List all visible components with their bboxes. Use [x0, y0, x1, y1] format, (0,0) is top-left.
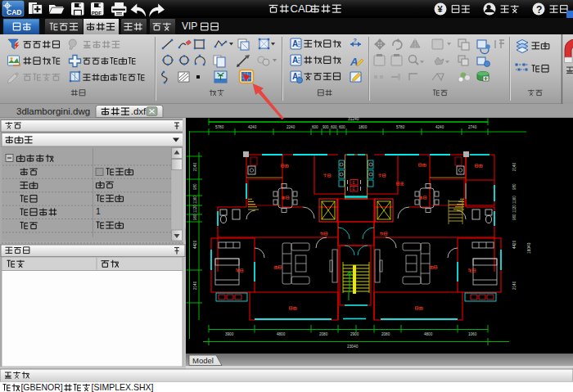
svg-text:900: 900	[323, 125, 329, 129]
svg-text:[GBENOR]: [GBENOR]	[20, 382, 62, 392]
svg-text:1800: 1800	[359, 125, 368, 129]
svg-text:31240: 31240	[348, 117, 359, 121]
svg-text:600: 600	[331, 125, 337, 129]
svg-text:600: 600	[339, 125, 345, 129]
svg-text:2900: 2900	[350, 332, 359, 336]
svg-text:960: 960	[512, 214, 517, 220]
svg-text:4420: 4420	[193, 240, 197, 249]
svg-text:960: 960	[193, 214, 197, 220]
svg-text:E: E	[353, 187, 355, 191]
svg-text:Model: Model	[192, 356, 214, 365]
svg-text:1: 1	[96, 206, 101, 216]
svg-text:E: E	[353, 181, 355, 185]
svg-text:.dxf: .dxf	[131, 106, 147, 116]
svg-text:CAD: CAD	[7, 8, 21, 16]
svg-text:2740: 2740	[468, 125, 477, 129]
svg-text:980: 980	[512, 183, 517, 190]
svg-text:980: 980	[193, 183, 197, 190]
svg-text:18040: 18040	[527, 242, 531, 254]
svg-text:A: A	[350, 56, 358, 68]
svg-text:23040: 23040	[347, 345, 359, 349]
svg-text:2080: 2080	[319, 332, 328, 336]
svg-text:?: ?	[354, 38, 357, 43]
svg-text:4240: 4240	[248, 125, 257, 129]
svg-text:2140: 2140	[512, 162, 517, 171]
svg-text:2140: 2140	[193, 162, 197, 171]
svg-text:2140: 2140	[512, 281, 517, 290]
svg-text:2240: 2240	[286, 125, 296, 129]
svg-text:¥: ¥	[438, 4, 444, 14]
svg-text:5780: 5780	[215, 125, 224, 129]
svg-text:A: A	[292, 56, 298, 65]
svg-text:1160: 1160	[193, 196, 197, 204]
svg-text:A: A	[292, 39, 298, 48]
svg-text:PDF: PDF	[92, 11, 102, 16]
svg-text:600: 600	[312, 125, 318, 129]
svg-text:[SIMPLEX.SHX]: [SIMPLEX.SHX]	[92, 382, 154, 392]
svg-text:VIP: VIP	[182, 20, 197, 32]
svg-text:3dlamborgini.dwg: 3dlamborgini.dwg	[16, 106, 90, 116]
svg-text:5780: 5780	[396, 125, 405, 129]
svg-text:2140: 2140	[193, 281, 197, 290]
svg-text:1120: 1120	[193, 205, 197, 213]
svg-text:1120: 1120	[512, 205, 517, 213]
svg-text:3900: 3900	[225, 332, 234, 336]
svg-text:?: ?	[536, 4, 542, 16]
svg-text:4420: 4420	[512, 240, 517, 249]
svg-text:4240: 4240	[435, 125, 444, 129]
svg-text:CAD: CAD	[291, 2, 313, 15]
svg-text:4800: 4800	[277, 332, 286, 336]
svg-text:2080: 2080	[381, 332, 390, 336]
svg-text:4800: 4800	[424, 332, 433, 336]
svg-text:1060: 1060	[468, 332, 477, 336]
svg-text:1160: 1160	[512, 196, 517, 204]
